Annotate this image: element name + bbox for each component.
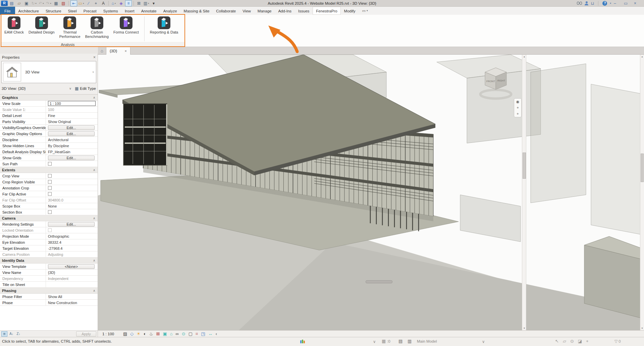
tab-add-ins[interactable]: Add-Ins	[275, 7, 295, 15]
section-box-checkbox[interactable]	[48, 210, 52, 214]
close-hidden-windows-icon[interactable]: ⊠	[136, 0, 142, 6]
properties-filter-icon[interactable]: ≣	[1, 331, 7, 337]
qat-customize-icon[interactable]: ▾	[150, 0, 157, 6]
help-caret-icon[interactable]: ▾	[610, 2, 611, 5]
tab-file[interactable]: File	[0, 7, 15, 15]
section-header-identity-data[interactable]: Identity Data∧	[0, 257, 98, 264]
undo-icon[interactable]: ↶▾	[38, 0, 45, 6]
section-header-camera[interactable]: Camera∧	[0, 215, 98, 221]
model-line-icon[interactable]: ∕	[85, 0, 92, 6]
tab-structure[interactable]: Structure	[42, 7, 65, 15]
select-pinned-icon[interactable]: ⊙	[570, 339, 574, 343]
tab-manage[interactable]: Manage	[254, 7, 275, 15]
viewcube-front-label[interactable]: FRONT	[486, 80, 495, 83]
tab-precast[interactable]: Precast	[80, 7, 100, 15]
sign-in-icon[interactable]	[585, 1, 588, 5]
pan-icon[interactable]: +	[517, 112, 519, 116]
measure-icon[interactable]: ▭▾	[78, 0, 85, 6]
chevron-down-icon[interactable]: ▾	[92, 70, 94, 74]
home-icon[interactable]: ⌂▾	[110, 0, 117, 6]
ribbon-button-forma-connect[interactable]: Forma Connect	[111, 16, 141, 35]
cart-icon[interactable]: ⊔	[591, 1, 594, 6]
crop-region-icon[interactable]: ▣	[163, 332, 167, 336]
scrollbar-thumb[interactable]	[523, 153, 526, 179]
ribbon-state-toggle[interactable]: ▭▾	[362, 7, 368, 15]
print-icon[interactable]: ▦	[53, 0, 59, 6]
tab-annotate[interactable]: Annotate	[138, 7, 160, 15]
drawing-canvas[interactable]: FRONT RIGHT ◉⌖+ ▲ ▼ ▲ ▼	[98, 55, 644, 330]
view-tab-3d[interactable]: {3D} ×	[106, 47, 130, 55]
tab-analyze[interactable]: Analyze	[160, 7, 180, 15]
print-preview-icon[interactable]: ▧	[60, 0, 67, 6]
tab-modify[interactable]: Modify	[341, 7, 359, 15]
file-tabs-icon[interactable]: ▤	[8, 0, 15, 6]
type-selector[interactable]: 3D View ▾	[1, 61, 96, 83]
lock-view-icon[interactable]: ⌂	[170, 332, 173, 336]
viewcube-right-label[interactable]: RIGHT	[497, 79, 505, 82]
thin-lines-icon[interactable]: ≡	[125, 0, 132, 6]
close-icon[interactable]: ×	[124, 49, 126, 53]
crop-view-checkbox[interactable]	[48, 174, 52, 178]
scrollbar-horizontal-thumb[interactable]	[366, 280, 392, 283]
constraints-icon[interactable]: ↔	[208, 332, 213, 336]
sun-path-checkbox[interactable]	[48, 162, 52, 166]
scroll-up-icon[interactable]: ▲	[522, 55, 526, 59]
zoom-icon[interactable]: ⌖	[517, 106, 519, 110]
scrollbar-thumb[interactable]	[641, 154, 644, 182]
worksharing-icon[interactable]	[300, 340, 305, 343]
view-window-scrollbar[interactable]: ▲ ▼	[522, 55, 526, 330]
open-icon[interactable]: ▱	[16, 0, 22, 6]
section-header-graphics[interactable]: Graphics∧	[0, 95, 98, 101]
scroll-down-icon[interactable]: ▼	[640, 326, 644, 330]
edit-type-button[interactable]: ▦ Edit Type	[75, 86, 96, 91]
hide-isolate-icon[interactable]: ∞	[176, 332, 179, 336]
ribbon-button-carbon-benchmarking[interactable]: CarbonBenchmarking	[83, 16, 111, 39]
crop-view-icon[interactable]: ⊠	[156, 332, 160, 336]
view-template-edit-button[interactable]: <None>	[48, 264, 95, 269]
view-scale-button[interactable]: 1 : 100	[102, 332, 123, 336]
view-selector-dropdown[interactable]: 3D View: {3D} ∨	[2, 86, 75, 91]
locked-orientation-checkbox[interactable]	[48, 228, 52, 232]
aligned-dimension-icon[interactable]: ⇤	[70, 0, 77, 6]
navigation-wheel-icon[interactable]: ◉	[516, 100, 520, 104]
tab-architecture[interactable]: Architecture	[15, 7, 42, 15]
navigation-bar[interactable]: ◉⌖+	[514, 98, 522, 117]
chevron-icon[interactable]: ∨	[373, 339, 376, 344]
active-workset-label[interactable]: Main Model	[417, 339, 437, 343]
shadows-icon[interactable]: ◐	[144, 332, 146, 336]
tab-massing-site[interactable]: Massing & Site	[180, 7, 213, 15]
section-header-phasing[interactable]: Phasing∧	[0, 288, 98, 294]
chevron-icon[interactable]: ∨	[482, 339, 485, 344]
select-links-icon[interactable]: ↖	[555, 339, 559, 343]
temporary-view-properties-icon[interactable]: ▢	[189, 332, 193, 336]
close-icon[interactable]: ×	[634, 1, 641, 6]
visual-style-icon[interactable]: ▨	[123, 332, 127, 336]
show-grids-edit-button[interactable]: Edit...	[48, 156, 95, 160]
rendering-dialog-icon[interactable]: ♨	[149, 332, 153, 336]
tab-systems[interactable]: Systems	[100, 7, 121, 15]
tab-collaborate[interactable]: Collaborate	[213, 7, 239, 15]
tab-issues[interactable]: Issues	[295, 7, 313, 15]
scroll-up-icon[interactable]: ▲	[640, 55, 644, 59]
apply-button[interactable]: Apply	[76, 331, 96, 337]
drag-on-selection-icon[interactable]: +	[586, 339, 589, 343]
design-options-icon[interactable]: ▦	[382, 339, 386, 343]
sort-descending-icon[interactable]: Z↓	[15, 331, 21, 337]
restore-icon[interactable]: ▭	[624, 1, 631, 6]
reveal-hidden-icon[interactable]: ⊙	[182, 332, 185, 336]
displaced-elements-icon[interactable]: ◳	[201, 332, 205, 336]
view-marker-icon[interactable]: ◈	[118, 0, 124, 6]
view-scale-input[interactable]: 1 : 100	[48, 101, 96, 106]
ribbon-button-eam-check[interactable]: EAM Check	[2, 16, 26, 35]
tab-fenestrapro[interactable]: FenestraPro	[313, 7, 340, 15]
minimize-icon[interactable]: –	[614, 1, 621, 6]
collapse-bar-icon[interactable]: ‹	[216, 332, 217, 336]
ribbon-button-reporting-data[interactable]: Reporting & Data	[148, 16, 180, 35]
tag-icon[interactable]: ⌖	[93, 0, 99, 6]
analytical-model-icon[interactable]: ⌗	[196, 332, 198, 336]
rendering-settings-edit-button[interactable]: Edit...	[48, 222, 95, 227]
tab-insert[interactable]: Insert	[121, 7, 138, 15]
visibility-graphics-overrides-edit-button[interactable]: Edit...	[48, 125, 95, 130]
sort-ascending-icon[interactable]: A↓	[8, 331, 14, 337]
tab-steel[interactable]: Steel	[65, 7, 80, 15]
